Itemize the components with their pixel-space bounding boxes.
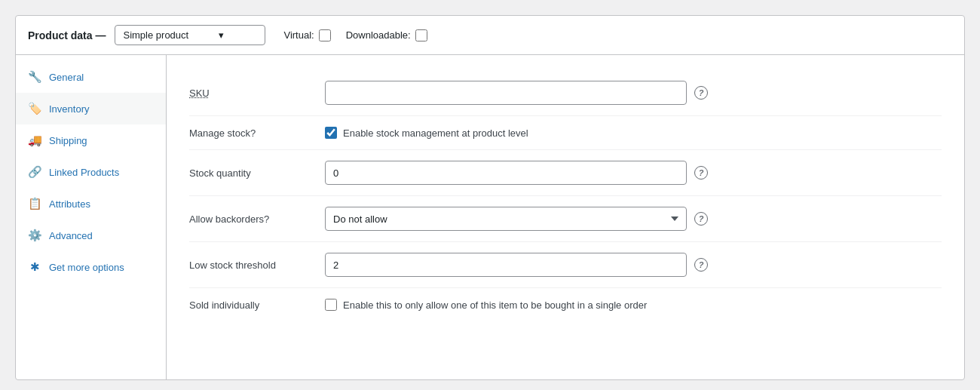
allow-backorders-help-icon[interactable]: ? — [694, 212, 708, 226]
sidebar-item-shipping[interactable]: 🚚 Shipping — [16, 124, 166, 156]
sku-label: SKU — [189, 88, 310, 99]
sidebar-item-get-more-options-label: Get more options — [49, 262, 124, 273]
manage-stock-checkbox-text: Enable stock management at product level — [343, 127, 528, 139]
link-icon: 🔗 — [28, 165, 41, 179]
red-arrow-svg — [949, 161, 965, 183]
product-type-value: Simple product — [123, 29, 188, 41]
sidebar-item-inventory-label: Inventory — [49, 103, 89, 115]
chevron-down-icon: ▾ — [219, 29, 224, 41]
stock-quantity-label: Stock quantity — [189, 167, 310, 179]
panel-title: Product data — — [28, 29, 106, 41]
wrench-icon: 🔧 — [28, 70, 41, 84]
virtual-checkbox-label[interactable]: Virtual: — [283, 29, 330, 41]
tag-icon: 🏷️ — [28, 102, 41, 115]
manage-stock-row: Manage stock? Enable stock management at… — [189, 116, 942, 150]
red-arrow-annotation — [949, 161, 965, 186]
sold-individually-checkbox[interactable] — [325, 299, 337, 311]
low-stock-threshold-control: ? — [325, 253, 942, 277]
sidebar-item-shipping-label: Shipping — [49, 135, 87, 146]
downloadable-label: Downloadable: — [346, 29, 411, 41]
sidebar-item-attributes[interactable]: 📋 Attributes — [16, 188, 166, 220]
product-type-select[interactable]: Simple product ▾ — [115, 25, 265, 45]
manage-stock-checkbox-label[interactable]: Enable stock management at product level — [325, 127, 528, 139]
stock-quantity-row: Stock quantity ? — [189, 150, 942, 196]
sku-input[interactable] — [325, 81, 687, 105]
sold-individually-control: Enable this to only allow one of this it… — [325, 299, 942, 311]
allow-backorders-select[interactable]: Do not allow Allow, but notify customer … — [325, 207, 687, 231]
product-data-panel: Product data — Simple product ▾ Virtual:… — [15, 15, 965, 380]
allow-backorders-label: Allow backorders? — [189, 213, 310, 225]
stock-quantity-input[interactable] — [325, 161, 687, 185]
product-options-group: Virtual: Downloadable: — [283, 29, 427, 41]
sidebar-item-get-more-options[interactable]: ✱ Get more options — [16, 251, 166, 283]
sku-row: SKU ? — [189, 70, 942, 116]
low-stock-threshold-help-icon[interactable]: ? — [694, 258, 708, 272]
allow-backorders-control: Do not allow Allow, but notify customer … — [325, 207, 942, 231]
downloadable-checkbox-label[interactable]: Downloadable: — [346, 29, 427, 41]
sold-individually-checkbox-label[interactable]: Enable this to only allow one of this it… — [325, 299, 647, 311]
sidebar-item-general[interactable]: 🔧 General — [16, 61, 166, 93]
sidebar-item-attributes-label: Attributes — [49, 198, 90, 210]
sidebar-item-general-label: General — [49, 72, 84, 83]
stock-quantity-control: ? — [325, 161, 942, 185]
virtual-checkbox[interactable] — [319, 29, 331, 41]
sidebar-item-linked-products[interactable]: 🔗 Linked Products — [16, 156, 166, 188]
low-stock-threshold-label: Low stock threshold — [189, 259, 310, 271]
stock-quantity-help-icon[interactable]: ? — [694, 166, 708, 180]
main-content: SKU ? Manage stock? Enable stock managem… — [167, 55, 964, 379]
manage-stock-checkbox[interactable] — [325, 127, 337, 139]
sku-control: ? — [325, 81, 942, 105]
low-stock-threshold-input[interactable] — [325, 253, 687, 277]
panel-header: Product data — Simple product ▾ Virtual:… — [16, 16, 964, 55]
sidebar-item-inventory[interactable]: 🏷️ Inventory — [16, 93, 166, 124]
virtual-label: Virtual: — [283, 29, 314, 41]
low-stock-threshold-row: Low stock threshold ? — [189, 242, 942, 288]
sku-help-icon[interactable]: ? — [694, 86, 708, 100]
star-icon: ✱ — [28, 260, 41, 274]
gear-icon: ⚙️ — [28, 229, 41, 242]
manage-stock-label: Manage stock? — [189, 127, 310, 139]
svg-marker-0 — [949, 164, 965, 180]
sold-individually-checkbox-text: Enable this to only allow one of this it… — [343, 299, 647, 311]
truck-icon: 🚚 — [28, 134, 41, 147]
sidebar-item-linked-products-label: Linked Products — [49, 167, 119, 178]
sidebar-item-advanced-label: Advanced — [49, 230, 93, 241]
list-icon: 📋 — [28, 197, 41, 210]
sidebar: 🔧 General 🏷️ Inventory 🚚 Shipping 🔗 Link… — [16, 55, 167, 379]
sold-individually-label: Sold individually — [189, 299, 310, 311]
downloadable-checkbox[interactable] — [415, 29, 427, 41]
sold-individually-row: Sold individually Enable this to only al… — [189, 288, 942, 321]
allow-backorders-row: Allow backorders? Do not allow Allow, bu… — [189, 196, 942, 242]
sidebar-item-advanced[interactable]: ⚙️ Advanced — [16, 220, 166, 251]
manage-stock-control: Enable stock management at product level — [325, 127, 942, 139]
panel-body: 🔧 General 🏷️ Inventory 🚚 Shipping 🔗 Link… — [16, 55, 964, 379]
